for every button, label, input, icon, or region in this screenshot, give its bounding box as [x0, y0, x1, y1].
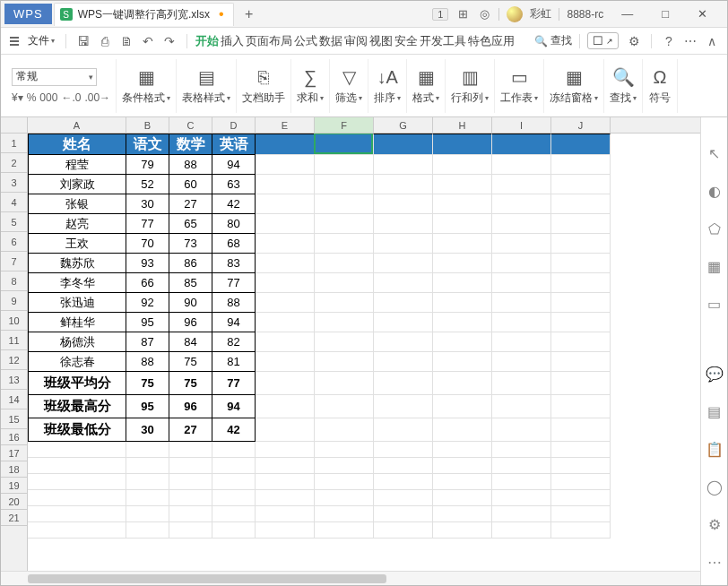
cell[interactable] [212, 442, 256, 458]
cell[interactable] [315, 522, 374, 539]
grid-icon[interactable]: ▦ [706, 257, 724, 275]
cell[interactable] [315, 506, 374, 522]
menu-tab-7[interactable]: 安全 [394, 31, 419, 51]
cell[interactable]: 张银 [28, 194, 126, 214]
cell[interactable]: 75 [169, 372, 212, 395]
cell[interactable]: 姓名 [28, 134, 126, 155]
cell[interactable] [433, 254, 492, 273]
cell[interactable] [256, 352, 315, 372]
menu-tab-1[interactable]: 插入 [220, 31, 245, 51]
cell[interactable] [492, 522, 551, 539]
cell[interactable] [551, 442, 611, 458]
cell[interactable] [256, 134, 315, 155]
cell[interactable]: 30 [126, 194, 169, 214]
cell[interactable]: 84 [169, 332, 212, 352]
increase-decimal-icon[interactable]: .00→ [84, 91, 110, 104]
cell[interactable] [551, 506, 611, 522]
cell[interactable]: 77 [126, 214, 169, 234]
row-header-12[interactable]: 12 [1, 350, 27, 370]
preview-icon[interactable]: 🗎 [117, 34, 136, 48]
cell[interactable] [551, 313, 611, 332]
find-ribbon-button[interactable]: 🔍查找▾ [610, 65, 637, 106]
cell[interactable] [28, 506, 126, 522]
cell[interactable]: 英语 [212, 134, 256, 155]
cell[interactable] [374, 442, 433, 458]
cell[interactable] [374, 522, 433, 539]
close-button[interactable]: ✕ [687, 7, 718, 21]
menu-tab-6[interactable]: 视图 [368, 31, 394, 51]
cell[interactable] [374, 234, 433, 254]
cell[interactable] [492, 418, 551, 442]
cell[interactable] [126, 490, 169, 506]
gear-icon[interactable]: ⚙ [706, 515, 724, 533]
cell[interactable] [433, 234, 492, 254]
row-header-21[interactable]: 21 [1, 510, 27, 526]
cell[interactable] [433, 458, 492, 474]
cell[interactable] [256, 442, 315, 458]
sort-button[interactable]: ↓A排序▾ [374, 65, 401, 106]
clip-icon[interactable]: ◐ [706, 182, 724, 200]
cell[interactable] [28, 522, 126, 539]
cell[interactable] [212, 506, 256, 522]
find-button[interactable]: 🔍 查找 [534, 33, 572, 48]
cell[interactable] [256, 313, 315, 332]
cell[interactable] [374, 155, 433, 175]
cell[interactable] [433, 175, 492, 194]
row-header-14[interactable]: 14 [1, 390, 27, 409]
row-header-10[interactable]: 10 [1, 311, 27, 331]
cell[interactable] [551, 352, 611, 372]
cell[interactable]: 96 [169, 313, 212, 332]
cell[interactable] [492, 490, 551, 506]
row-header-2[interactable]: 2 [1, 153, 27, 173]
cell[interactable]: 27 [169, 194, 212, 214]
row-header-19[interactable]: 19 [1, 478, 27, 494]
cell[interactable] [551, 194, 611, 214]
cell[interactable] [551, 458, 611, 474]
cell[interactable]: 96 [169, 395, 212, 418]
cell[interactable] [374, 458, 433, 474]
cell[interactable]: 94 [212, 395, 256, 418]
cell[interactable] [492, 175, 551, 194]
cell[interactable]: 90 [169, 293, 212, 313]
cell[interactable] [374, 372, 433, 395]
cell[interactable]: 94 [212, 155, 256, 175]
cell[interactable]: 66 [126, 273, 169, 293]
cell[interactable] [256, 372, 315, 395]
row-header-17[interactable]: 17 [1, 445, 27, 461]
row-header-8[interactable]: 8 [1, 271, 27, 291]
cell[interactable] [315, 254, 374, 273]
cell[interactable] [551, 273, 611, 293]
percent-icon[interactable]: % [27, 91, 37, 104]
cell[interactable] [169, 458, 212, 474]
cell[interactable] [492, 372, 551, 395]
notification-badge[interactable]: 1 [432, 8, 448, 21]
cell[interactable] [212, 474, 256, 490]
cell[interactable] [374, 474, 433, 490]
cell[interactable] [315, 175, 374, 194]
cell[interactable]: 77 [212, 372, 256, 395]
ellipsis-icon[interactable]: ⋯ [680, 34, 700, 48]
cell[interactable] [315, 332, 374, 352]
cell[interactable] [126, 522, 169, 539]
cell[interactable] [551, 522, 611, 539]
cell[interactable]: 语文 [126, 134, 169, 155]
more-icon[interactable]: ⋯ [706, 553, 724, 571]
cell[interactable]: 86 [169, 254, 212, 273]
cell[interactable] [492, 293, 551, 313]
col-header-H[interactable]: H [433, 117, 492, 133]
row-header-3[interactable]: 3 [1, 173, 27, 193]
rowcol-button[interactable]: ▥行和列▾ [451, 65, 489, 106]
cell[interactable]: 42 [212, 418, 256, 442]
select-all-corner[interactable] [1, 117, 28, 133]
menu-tab-8[interactable]: 开发工具 [419, 31, 467, 51]
cell[interactable]: 92 [126, 293, 169, 313]
menu-tab-0[interactable]: 开始 [195, 31, 220, 51]
cell[interactable] [169, 522, 212, 539]
col-header-F[interactable]: F [315, 117, 374, 133]
col-header-E[interactable]: E [256, 117, 315, 133]
cell[interactable] [256, 418, 315, 442]
cell[interactable] [374, 175, 433, 194]
cell[interactable] [256, 254, 315, 273]
app-menu-button[interactable] [6, 33, 22, 49]
cell[interactable] [126, 506, 169, 522]
